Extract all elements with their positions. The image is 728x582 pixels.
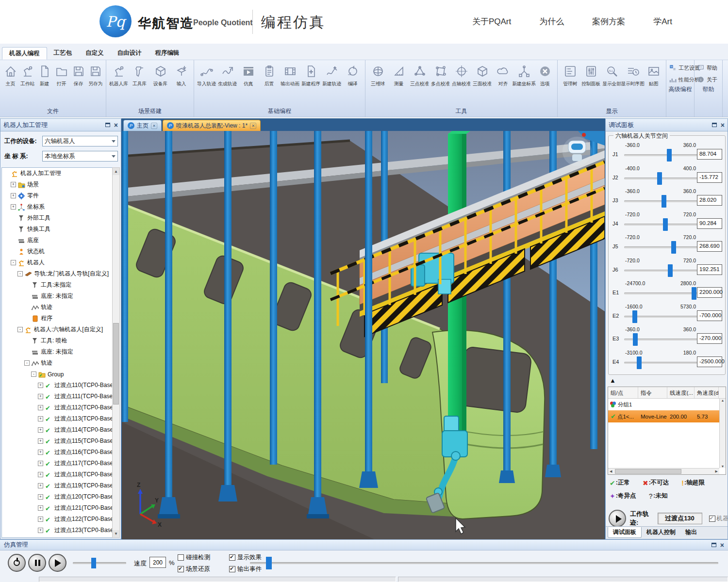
close-icon[interactable]: × [720, 542, 724, 548]
scroll-up-icon[interactable]: ▲ [113, 168, 119, 175]
toolbar-button[interactable]: 另存为 [87, 62, 104, 87]
tree-item[interactable]: +✔过渡点116(TCP0-Base) [2, 447, 113, 458]
joint-slider-track[interactable] [624, 200, 698, 202]
slider-thumb[interactable] [657, 172, 662, 185]
expand-icon[interactable]: + [38, 450, 43, 455]
slider-thumb[interactable] [633, 333, 638, 346]
close-icon[interactable]: × [114, 122, 118, 128]
joint-value-input[interactable]: 2200.000 [697, 287, 722, 298]
tree-item[interactable]: +外部工具 [2, 212, 113, 224]
table-row-selected[interactable]: ✔点1<... Move-Line 200.00 5.73 [608, 410, 726, 422]
expand-icon[interactable]: + [38, 483, 43, 488]
tree-item[interactable]: +✔过渡点115(TCP0-Base) [2, 436, 113, 447]
toolbar-button[interactable]: 设备库 [150, 62, 171, 87]
toolbar-button[interactable]: 三面校准 [472, 62, 493, 87]
ribbon-tab[interactable]: 机器人编程 [2, 47, 47, 60]
joint-slider-track[interactable] [624, 270, 698, 272]
toolbar-button[interactable]: 管理树 [560, 62, 580, 87]
slider-thumb[interactable] [671, 241, 676, 254]
tree-item[interactable]: +✔过渡点113(TCP0-Base) [2, 413, 113, 424]
table-column-header[interactable]: 角速度(d... [695, 387, 719, 398]
sim-checkbox[interactable]: 显示效果 [229, 553, 262, 562]
toolbar-button[interactable]: 对齐 [493, 62, 513, 87]
tree-scrollbar[interactable]: ▲ ▼ [112, 167, 120, 538]
coord-select[interactable]: 本地坐标系 [42, 151, 118, 162]
float-window-icon[interactable] [711, 543, 716, 547]
tree-item[interactable]: +工具: 喷枪 [2, 335, 113, 346]
slider-thumb[interactable] [91, 558, 96, 568]
tree-item[interactable]: -导轨:龙门机器人导轨[自定义] [2, 268, 113, 279]
debug-bottom-tab[interactable]: 调试面板 [608, 527, 642, 538]
timeline-slider[interactable] [250, 562, 718, 564]
expand-icon[interactable]: + [11, 204, 16, 210]
nav-link-3[interactable]: 学Art [653, 16, 672, 27]
tree-item[interactable]: +场景 [2, 179, 113, 190]
table-vscrollbar[interactable]: ▲▼ [719, 399, 726, 468]
sim-checkbox[interactable]: 输出事件 [229, 565, 262, 573]
joint-value-input[interactable]: 28.020 [697, 195, 722, 206]
toolbar-button[interactable]: 打开 [53, 62, 70, 87]
joint-value-input[interactable]: 268.690 [697, 241, 722, 252]
tree-item[interactable]: +✔过渡点114(TCP0-Base) [2, 424, 113, 436]
toolbar-button[interactable]: i关于 [696, 74, 720, 85]
expand-icon[interactable]: + [38, 405, 43, 410]
toolbar-button[interactable]: 点轴校准 [451, 62, 472, 87]
toolbar-button[interactable]: 性能分析 [668, 74, 692, 85]
toolbar-button[interactable]: 贴图 [643, 62, 664, 87]
tree-item[interactable]: +✔过渡点117(TCP0-Base) [2, 458, 113, 469]
expand-icon[interactable]: + [38, 461, 43, 466]
joint-value-input[interactable]: 90.284 [697, 218, 722, 229]
toolbar-button[interactable]: 保存 [70, 62, 87, 87]
toolbar-button[interactable]: 工具库 [129, 62, 150, 87]
scroll-left-icon[interactable]: ◀ [610, 469, 612, 473]
tree-item[interactable]: -轨迹 [2, 357, 113, 369]
joint-value-input[interactable]: -270.000 [697, 333, 722, 344]
toolbar-button[interactable]: 后置 [259, 62, 280, 87]
stop-button[interactable] [8, 554, 26, 572]
document-tab[interactable]: P主页× [123, 120, 162, 131]
tree-item[interactable]: +✔过渡点121(TCP0-Base) [2, 502, 113, 514]
expand-icon[interactable]: + [11, 193, 16, 198]
toolbar-button[interactable]: 新建轨迹 [321, 62, 342, 87]
joint-slider-track[interactable] [624, 178, 698, 179]
slider-thumb[interactable] [662, 195, 666, 208]
table-hscrollbar[interactable]: ◀ ▶ [608, 468, 719, 474]
table-column-header[interactable]: 组/点 [608, 387, 638, 398]
nav-link-2[interactable]: 案例方案 [592, 16, 625, 27]
play-button[interactable] [609, 510, 626, 527]
table-column-header[interactable]: 指令 [638, 387, 667, 398]
toolbar-button[interactable]: ?帮助 [696, 62, 720, 74]
toolbar-button[interactable]: 工作站 [19, 62, 36, 87]
toolbar-button[interactable]: 输入 [171, 62, 192, 87]
tree-item[interactable]: +底座 [2, 235, 113, 246]
viewport-3d-scene[interactable]: Z Y X [122, 131, 605, 539]
tree-item[interactable]: +坐标系 [2, 201, 113, 212]
toolbar-button[interactable]: ALL显示全部 [601, 62, 622, 87]
joint-value-input[interactable]: 88.704 [697, 149, 722, 160]
collapse-icon[interactable]: - [31, 372, 36, 377]
toolbar-button[interactable]: 导入轨迹 [196, 62, 217, 87]
step-forward-button[interactable] [49, 554, 66, 572]
toolbar-button[interactable]: 生成轨迹 [217, 62, 238, 87]
expand-icon[interactable]: + [38, 427, 43, 433]
tree-item[interactable]: +状态机 [2, 246, 113, 257]
tree-item[interactable]: +✔过渡点111(TCP0-Base) [2, 391, 113, 402]
ribbon-tab[interactable]: 工艺包 [47, 47, 79, 60]
work-trajectory-value[interactable]: 过渡点130 [658, 513, 702, 524]
close-icon[interactable]: × [721, 122, 725, 128]
expand-icon[interactable]: + [11, 182, 16, 187]
tree-item[interactable]: +✔过渡点119(TCP0-Base) [2, 480, 113, 491]
collapse-icon[interactable]: - [17, 271, 23, 276]
toolbar-button[interactable]: 选项 [534, 62, 555, 87]
toolbar-button[interactable]: 控制面板 [580, 62, 601, 87]
collapse-icon[interactable]: - [17, 327, 23, 332]
joint-value-input[interactable]: -15.772 [697, 172, 722, 183]
float-window-icon[interactable] [105, 123, 110, 127]
toolbar-button[interactable]: 主页 [2, 62, 19, 87]
tree-item[interactable]: -Group [2, 369, 113, 380]
speed-input[interactable]: 200 [149, 557, 166, 568]
joint-slider-track[interactable] [624, 316, 698, 318]
toolbar-button[interactable]: 新建坐标系 [513, 62, 534, 87]
tree-item[interactable]: +程序 [2, 313, 113, 324]
toolbar-button[interactable]: 三维球 [367, 62, 388, 87]
